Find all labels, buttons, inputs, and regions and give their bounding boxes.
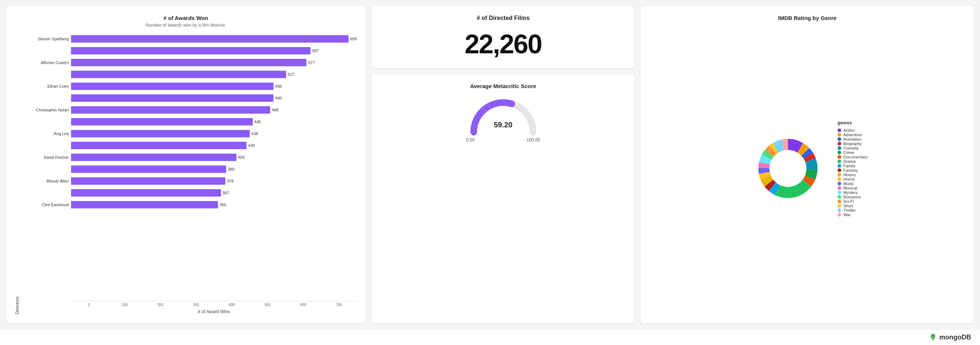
bar-value: 438 [251, 131, 258, 136]
bar-track: 378 [71, 177, 357, 185]
legend-item: Family [837, 164, 867, 168]
directed-films-title: # of Directed Films [477, 15, 530, 21]
x-axis: 0100200300400500600700 [71, 301, 357, 307]
bar-fill [71, 35, 348, 43]
bar-fill [71, 94, 274, 102]
bar-chart-title: # of Awards Won [15, 15, 357, 21]
bar-value: 380 [228, 167, 234, 172]
legend-item: Music [837, 181, 867, 186]
bar-track: 430 [71, 142, 357, 149]
legend-item: Biography [837, 141, 867, 146]
mongodb-leaf-icon [929, 333, 937, 341]
bar-row: 527 [23, 69, 357, 79]
legend-label: Biography [843, 141, 862, 146]
legend-item: Fantasy [837, 168, 867, 173]
bar-fill [71, 201, 218, 208]
legend-label: Music [843, 181, 854, 186]
legend-dot [837, 137, 841, 141]
bar-value: 405 [238, 155, 245, 159]
legend-dot [837, 182, 841, 186]
bar-value: 577 [308, 60, 315, 65]
legend-label: Musical [843, 186, 857, 190]
legend-dot [837, 133, 841, 137]
bar-fill [71, 165, 226, 173]
bar-track: 496 [71, 94, 357, 102]
gauge-container: 59.20 [466, 95, 540, 136]
bar-fill [71, 106, 270, 114]
bar-value: 367 [223, 191, 229, 195]
legend-label: Short [843, 204, 853, 208]
bar-fill [71, 118, 253, 126]
legend-dot [837, 195, 841, 199]
x-tick: 600 [285, 303, 321, 307]
bar-fill [71, 71, 286, 78]
legend-label: Action [843, 128, 855, 132]
bar-value: 496 [275, 96, 282, 100]
bar-fill [71, 189, 221, 197]
legend-dot [837, 186, 841, 190]
bar-label: Clint Eastwood [23, 202, 71, 207]
legend-label: Romance [843, 195, 861, 199]
legend-dot [837, 177, 841, 181]
x-axis-label: # of Award Wins [71, 309, 357, 314]
legend-dot [837, 191, 841, 194]
legend-item: Drama [837, 159, 867, 164]
bar-label: Christopher Nolan [23, 108, 71, 112]
x-tick: 300 [178, 303, 214, 307]
legend-label: Documentary [843, 155, 867, 159]
metacritic-card: Average Metacritic Score 59.20 0.00 100.… [372, 74, 635, 323]
bar-track: 496 [71, 83, 357, 90]
donut-chart-title: IMDB Rating by Genre [649, 15, 965, 21]
donut-chart-card: IMDB Rating by Genre genres ActionAdvent… [641, 6, 974, 323]
legend-dot [837, 151, 841, 154]
legend-item: Crime [837, 150, 867, 155]
x-tick: 0 [71, 303, 107, 307]
x-tick: 700 [321, 303, 357, 307]
bar-value: 587 [312, 48, 319, 53]
metacritic-title: Average Metacritic Score [380, 83, 626, 89]
legend-label: Comedy [843, 146, 859, 150]
legend-dot [837, 173, 841, 176]
gauge-labels: 0.00 100.00 [466, 137, 540, 143]
directed-films-value: 22,260 [465, 29, 541, 59]
bar-value: 445 [254, 119, 261, 124]
legend-dot [837, 146, 841, 150]
bar-track: 360 [71, 201, 357, 208]
legend-item: Thriller [837, 208, 867, 213]
bar-fill [71, 154, 237, 161]
bar-row: David Fincher405 [23, 152, 357, 162]
footer: mongoDB [0, 329, 980, 345]
bar-row: Clint Eastwood360 [23, 200, 357, 210]
mongodb-logo: mongoDB [929, 333, 971, 341]
bar-label: Ang Lee [23, 131, 71, 136]
legend-title: genres [837, 120, 867, 126]
legend-label: Mystery [843, 190, 858, 195]
bar-row: Ang Lee438 [23, 129, 357, 139]
gauge-value: 59.20 [494, 121, 512, 129]
bar-chart-subtitle: Number of awards won by a film director. [15, 22, 357, 28]
bar-row: Alfonso Cuarèn577 [23, 57, 357, 68]
legend-label: History [843, 173, 856, 177]
bar-row: 445 [23, 117, 357, 127]
gauge-svg [466, 95, 540, 136]
bar-fill [71, 59, 306, 66]
legend-label: Family [843, 164, 855, 168]
bar-fill [71, 177, 225, 185]
legend-label: Animation [843, 137, 862, 141]
bar-fill [71, 130, 250, 137]
bar-label: Woody Allen [23, 179, 71, 183]
donut-svg [747, 128, 829, 209]
bar-value: 378 [227, 179, 234, 183]
bar-track: 587 [71, 47, 357, 54]
donut-legend: genres ActionAdventureAnimationBiography… [837, 120, 867, 217]
legend-label: Adventure [843, 132, 862, 137]
bar-value: 360 [220, 202, 226, 207]
bar-label: Ethan Coen [23, 84, 71, 89]
bar-fill [71, 142, 247, 149]
legend-dot [837, 155, 841, 159]
middle-column: # of Directed Films 22,260 Average Metac… [372, 6, 635, 323]
bar-row: Ethan Coen496 [23, 81, 357, 91]
x-tick: 100 [107, 303, 143, 307]
legend-item: History [837, 173, 867, 177]
legend-item: Horror [837, 177, 867, 181]
